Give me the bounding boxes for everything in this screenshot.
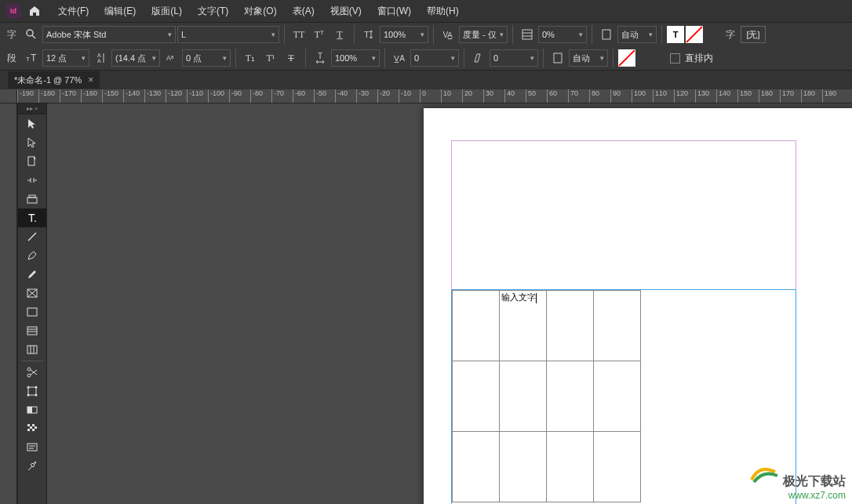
kern-input[interactable]: 0 点	[182, 49, 231, 67]
svg-text:T: T	[31, 53, 37, 63]
gradient-swatch-tool[interactable]	[18, 401, 46, 419]
svg-rect-26	[27, 346, 37, 354]
home-icon[interactable]	[28, 5, 41, 17]
vscale-dropdown[interactable]: 100%	[380, 26, 428, 43]
skew-icon[interactable]	[469, 49, 488, 67]
table-cell[interactable]	[500, 361, 547, 432]
gradient-feather-tool[interactable]	[18, 419, 46, 438]
menu-view[interactable]: 视图(V)	[324, 2, 368, 21]
panel-grip[interactable]: ▸▸×	[18, 103, 46, 114]
pencil-tool[interactable]	[18, 265, 46, 284]
table-cell[interactable]	[547, 291, 594, 361]
note-tool[interactable]	[18, 438, 46, 457]
kerning-icon: VA̲	[439, 25, 457, 44]
fill-none-icon[interactable]	[618, 49, 635, 67]
smallcaps-icon[interactable]: Tᵀ	[310, 25, 329, 44]
underline-icon[interactable]: T	[330, 25, 349, 44]
baseline-dropdown[interactable]: 0%	[538, 26, 587, 43]
line-tool[interactable]	[18, 227, 46, 246]
ruler-horizontal[interactable]: -190-180-170-160-150-140-130-120-110-100…	[17, 89, 852, 103]
char-mode-label[interactable]: 字	[3, 26, 20, 43]
stroke-t-icon[interactable]	[686, 26, 703, 43]
warichu-icon[interactable]	[548, 49, 567, 67]
hscale-dropdown[interactable]: 100%	[331, 49, 380, 67]
svg-text:T: T	[26, 56, 30, 63]
page-tool[interactable]	[18, 152, 46, 171]
watermark: 极光下载站 www.xz7.com	[748, 460, 846, 501]
hscale-icon: T	[311, 49, 330, 67]
font-style-dropdown[interactable]: L	[177, 26, 279, 43]
kerning-dropdown[interactable]: 度量 - 仅	[459, 26, 508, 43]
page[interactable]: 输入文字	[424, 108, 852, 504]
svg-line-18	[28, 233, 36, 241]
para-mode-label[interactable]: 段	[3, 49, 20, 67]
leading-dropdown[interactable]: (14.4 点	[111, 49, 160, 67]
free-transform-tool[interactable]	[18, 382, 46, 401]
char-style-dropdown[interactable]: [无]	[741, 26, 766, 43]
table-cell[interactable]	[500, 432, 547, 502]
selection-tool[interactable]	[18, 114, 46, 133]
subscript-icon[interactable]: T¹	[261, 49, 280, 67]
svg-rect-6	[603, 30, 610, 39]
menu-window[interactable]: 窗口(W)	[371, 2, 417, 21]
direct-selection-tool[interactable]	[18, 133, 46, 152]
tab-close-icon[interactable]: ×	[88, 74, 93, 85]
fill-t-icon[interactable]: T	[667, 26, 684, 43]
menu-edit[interactable]: 编辑(E)	[98, 2, 142, 21]
menu-object[interactable]: 对象(O)	[238, 2, 282, 21]
table-cell-active[interactable]: 输入文字	[500, 291, 547, 361]
tab-title: *未命名-1 @ 77%	[14, 74, 82, 86]
rectangle-tool[interactable]	[18, 303, 46, 321]
canvas[interactable]: 输入文字	[47, 103, 852, 504]
menu-layout[interactable]: 版面(L)	[145, 2, 188, 21]
svg-point-32	[27, 386, 30, 389]
table[interactable]: 输入文字	[452, 290, 641, 502]
document-tab[interactable]: *未命名-1 @ 77% ×	[8, 71, 100, 89]
strikethrough-icon[interactable]: T	[282, 49, 300, 67]
superscript-icon[interactable]: T₁	[241, 49, 260, 67]
skew-input[interactable]: 0	[490, 49, 538, 67]
table-cell[interactable]	[453, 432, 500, 502]
svg-rect-15	[27, 198, 37, 203]
table-cell[interactable]	[594, 432, 641, 502]
text-frame[interactable]: 输入文字	[451, 289, 796, 504]
table-cell[interactable]	[594, 361, 641, 432]
svg-text:T.: T.	[28, 212, 37, 224]
gap-tool[interactable]	[18, 171, 46, 190]
svg-rect-23	[27, 327, 37, 335]
ruler-vertical[interactable]	[0, 103, 17, 504]
svg-text:A: A	[97, 53, 101, 58]
font-family-dropdown[interactable]: Adobe 宋体 Std	[42, 26, 176, 43]
tracking-dropdown[interactable]: 0	[410, 49, 459, 67]
svg-point-35	[35, 394, 38, 397]
horizontal-grid-tool[interactable]	[18, 321, 46, 340]
vertical-checkbox[interactable]	[670, 53, 680, 63]
rectangle-frame-tool[interactable]	[18, 284, 46, 303]
pen-tool[interactable]	[18, 246, 46, 265]
content-collector-tool[interactable]	[18, 190, 46, 208]
auto2-dropdown[interactable]: 自动	[569, 49, 608, 67]
eyedropper-tool[interactable]	[18, 457, 46, 476]
tatechuyoko-icon[interactable]	[597, 25, 616, 44]
table-cell[interactable]	[547, 432, 594, 502]
search-font-icon[interactable]	[22, 25, 41, 44]
baseline-grid-icon[interactable]	[518, 25, 537, 44]
type-tool[interactable]: T.	[18, 208, 46, 227]
table-cell[interactable]	[453, 291, 500, 361]
char-style-label: 字	[722, 26, 739, 43]
table-cell[interactable]	[453, 361, 500, 432]
menu-table[interactable]: 表(A)	[286, 2, 321, 21]
menu-file[interactable]: 文件(F)	[52, 2, 95, 21]
allcaps-icon[interactable]: TT	[289, 25, 308, 44]
menu-type[interactable]: 文字(T)	[191, 2, 235, 21]
scissors-tool[interactable]	[18, 363, 46, 382]
baseline-shift-icon: Aª	[162, 49, 180, 67]
svg-point-0	[27, 30, 33, 36]
font-size-dropdown[interactable]: 12 点	[42, 49, 89, 67]
table-cell[interactable]	[547, 361, 594, 432]
table-cell[interactable]	[594, 291, 641, 361]
vertical-grid-tool[interactable]	[18, 340, 46, 359]
auto1-dropdown[interactable]: 自动	[617, 26, 657, 43]
menu-help[interactable]: 帮助(H)	[421, 2, 465, 21]
svg-rect-13	[554, 53, 562, 63]
